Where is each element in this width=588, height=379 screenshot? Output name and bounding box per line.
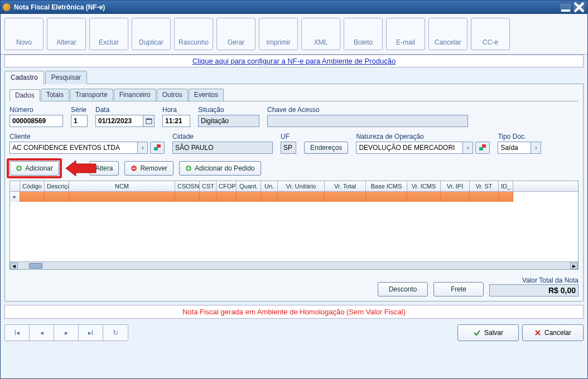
tipodoc-dropdown-icon[interactable]	[531, 142, 541, 154]
salvar-button[interactable]: Salvar	[457, 324, 519, 341]
field-hora: Hora	[162, 106, 190, 127]
calendar-icon[interactable]	[143, 115, 155, 127]
adicionar-highlight: Adicionar	[9, 161, 59, 176]
config-link-bar: Clique aqui para configurar a NF-e para …	[4, 55, 584, 67]
numero-input[interactable]	[9, 115, 63, 127]
grid-col-header[interactable]: CSOSN	[175, 181, 200, 191]
cancelar-button[interactable]: Cancelar	[428, 18, 467, 50]
boleto-button[interactable]: Boleto	[344, 18, 383, 50]
cidade-label: Cidade	[172, 133, 273, 140]
field-cliente: Cliente	[9, 133, 165, 154]
grid-col-header[interactable]: Vr. Total	[325, 181, 366, 191]
nav-last-button[interactable]: ▸I	[79, 325, 103, 341]
cce-button[interactable]: CC-e	[471, 18, 510, 50]
email-button[interactable]: E-mail	[386, 18, 425, 50]
natureza-input[interactable]	[356, 142, 463, 154]
svg-rect-2	[146, 119, 152, 120]
sub-tab-strip: Dados Totais Transporte Financeiro Outro…	[9, 89, 579, 101]
grid-col-header[interactable]: ID_	[499, 181, 513, 191]
grid-col-header[interactable]: Vr. IPI	[441, 181, 470, 191]
cliente-dropdown-icon[interactable]	[138, 142, 148, 154]
data-label: Data	[95, 106, 155, 114]
subtab-outros[interactable]: Outros	[157, 89, 188, 101]
footer-bar: I◂ ◂ ▸ ▸I ↻ Salvar Cancelar	[1, 319, 587, 347]
serie-label: Série	[71, 106, 88, 114]
adicionar-item-button[interactable]: Adicionar	[9, 161, 59, 176]
config-nfe-link[interactable]: Clique aqui para configurar a NF-e para …	[192, 57, 396, 65]
grid-col-header[interactable]: Quant.	[237, 181, 261, 191]
nav-first-button[interactable]: I◂	[5, 325, 30, 341]
subtab-transporte[interactable]: Transporte	[70, 89, 113, 101]
enderecos-button[interactable]: Endereços	[304, 142, 348, 154]
desconto-button[interactable]: Desconto	[378, 282, 428, 297]
items-grid[interactable]: CódigoDescriçãoNCMCSOSNCSTCFOPQuant.Un.V…	[9, 181, 579, 270]
grid-header: CódigoDescriçãoNCMCSOSNCSTCFOPQuant.Un.V…	[10, 181, 578, 192]
tab-pesquisar[interactable]: Pesquisar	[45, 71, 87, 84]
minimize-button[interactable]	[560, 3, 572, 12]
hora-label: Hora	[162, 106, 190, 114]
numero-label: Número	[9, 106, 63, 114]
grid-col-header[interactable]: Código	[20, 181, 45, 191]
imprimir-button[interactable]: Imprimir	[259, 18, 298, 50]
grid-col-header[interactable]: Base ICMS	[366, 181, 407, 191]
field-data: Data	[95, 106, 155, 127]
grid-col-header[interactable]: Descrição	[45, 181, 69, 191]
scroll-thumb[interactable]	[29, 263, 42, 269]
subtab-totais[interactable]: Totais	[41, 89, 69, 101]
duplicar-button[interactable]: Duplicar	[132, 18, 171, 50]
field-uf: UF	[281, 133, 296, 154]
window-title: Nota Fiscal Eletrônica (NF-e)	[14, 3, 560, 11]
nav-refresh-button[interactable]: ↻	[103, 325, 128, 341]
field-tipodoc: Tipo Doc.	[498, 133, 541, 154]
scroll-left-icon[interactable]: ◂	[10, 263, 18, 269]
scroll-right-icon[interactable]: ▸	[570, 263, 578, 269]
grid-col-header[interactable]	[10, 181, 20, 191]
grid-col-header[interactable]: Vr. Unitário	[278, 181, 325, 191]
grid-col-header[interactable]: Un.	[261, 181, 278, 191]
grid-col-header[interactable]: NCM	[69, 181, 175, 191]
nav-next-button[interactable]: ▸	[54, 325, 79, 341]
homolog-warning: Nota Fiscal gerada em Ambiente de Homolo…	[4, 305, 584, 319]
natureza-label: Natureza de Operação	[356, 133, 490, 140]
cliente-lookup-button[interactable]	[150, 142, 165, 154]
alterar-label: Altera	[95, 164, 113, 172]
data-input[interactable]	[95, 115, 143, 127]
alterar-button[interactable]: Alterar	[47, 18, 86, 50]
gerar-button[interactable]: Gerar	[216, 18, 256, 50]
serie-input[interactable]	[71, 115, 88, 127]
remover-item-button[interactable]: Remover	[124, 161, 173, 176]
adicionar-pedido-button[interactable]: Adicionar do Pedido	[179, 161, 261, 176]
rascunho-button[interactable]: Rascunho	[174, 18, 213, 50]
total-field: Valor Total da Nota	[489, 276, 579, 297]
excluir-button[interactable]: Excluir	[89, 18, 128, 50]
subtab-financeiro[interactable]: Financeiro	[114, 89, 156, 101]
grid-col-header[interactable]: CST	[200, 181, 216, 191]
xml-button[interactable]: XML	[301, 18, 340, 50]
hora-input[interactable]	[162, 115, 190, 127]
uf-display	[281, 142, 296, 154]
add-pedido-label: Adicionar do Pedido	[195, 164, 254, 172]
frete-button[interactable]: Frete	[433, 282, 484, 297]
grid-col-header[interactable]: Vr. ICMS	[407, 181, 441, 191]
field-chave: Chave de Acesso	[267, 106, 468, 127]
tipodoc-input[interactable]	[498, 142, 531, 154]
novo-button[interactable]: Novo	[4, 18, 44, 50]
red-arrow-icon	[64, 159, 97, 177]
grid-col-header[interactable]: CFOP	[216, 181, 237, 191]
close-button[interactable]	[573, 3, 585, 12]
subtab-dados[interactable]: Dados	[9, 89, 40, 101]
main-tab-strip: Cadastro Pesquisar	[4, 70, 584, 84]
cancelar-footer-button[interactable]: Cancelar	[522, 324, 584, 341]
nav-prev-button[interactable]: ◂	[30, 325, 54, 341]
cliente-input[interactable]	[9, 142, 138, 154]
grid-h-scrollbar[interactable]: ◂ ▸	[10, 261, 578, 269]
record-nav-group: I◂ ◂ ▸ ▸I ↻	[4, 324, 128, 341]
grid-col-header[interactable]: Vr. ST	[470, 181, 499, 191]
natureza-dropdown-icon[interactable]	[463, 142, 473, 154]
item-action-bar: Adicionar Altera Remover Adicionar do Pe…	[9, 159, 579, 177]
grid-empty-row[interactable]: ▸	[10, 192, 578, 202]
tab-cadastro[interactable]: Cadastro	[4, 71, 44, 84]
subtab-eventos[interactable]: Eventos	[189, 89, 224, 101]
natureza-lookup-button[interactable]	[475, 142, 490, 154]
x-icon	[534, 329, 541, 336]
